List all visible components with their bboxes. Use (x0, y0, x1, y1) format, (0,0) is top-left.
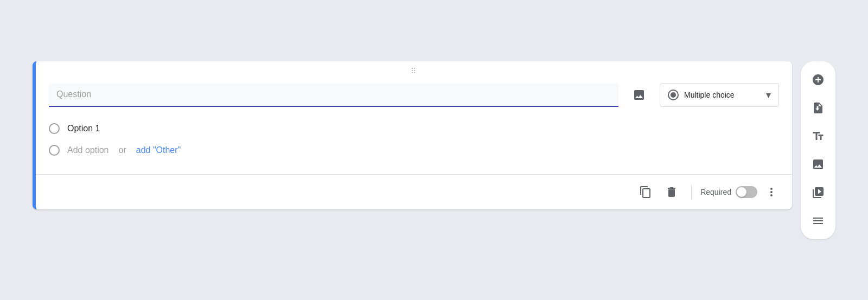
radio-icon (668, 90, 679, 100)
add-image-to-question-button[interactable] (627, 83, 651, 107)
chevron-down-icon: ▾ (766, 89, 771, 101)
add-image-button[interactable] (805, 151, 831, 177)
copy-icon (639, 186, 652, 199)
or-text: or (119, 145, 126, 155)
add-option-radio-icon (49, 145, 60, 156)
toggle-knob (737, 187, 746, 197)
footer-divider (691, 184, 692, 200)
section-icon (812, 214, 825, 227)
question-card: ⠿ Multiple choice ▾ (33, 61, 792, 209)
radio-inner (671, 92, 676, 98)
add-circle-icon (812, 73, 825, 86)
import-icon (812, 101, 825, 114)
delete-button[interactable] (661, 181, 682, 203)
drag-handle: ⠿ (36, 61, 792, 79)
question-type-dropdown[interactable]: Multiple choice ▾ (660, 83, 779, 107)
option-radio-icon (49, 123, 60, 134)
option-row: Option 1 (49, 118, 779, 139)
card-top: Multiple choice ▾ (36, 79, 792, 116)
question-input[interactable] (49, 83, 618, 107)
image-icon (633, 88, 646, 101)
add-question-button[interactable] (805, 67, 831, 93)
add-title-button[interactable] (805, 123, 831, 149)
add-option-text[interactable]: Add option (67, 145, 109, 155)
card-footer: Required (36, 175, 792, 209)
import-questions-button[interactable] (805, 95, 831, 121)
question-type-label: Multiple choice (684, 91, 761, 99)
more-vert-icon (765, 186, 778, 199)
delete-icon (665, 186, 678, 199)
text-icon (812, 130, 825, 143)
question-input-wrap (49, 83, 618, 107)
add-option-row: Add option or add "Other" (49, 139, 779, 161)
more-options-button[interactable] (762, 182, 781, 202)
add-section-button[interactable] (805, 208, 831, 234)
required-label: Required (700, 188, 731, 196)
drag-dots-icon: ⠿ (411, 67, 418, 75)
add-video-button[interactable] (805, 180, 831, 206)
options-area: Option 1 Add option or add "Other" (36, 116, 792, 170)
add-other-link[interactable]: add "Other" (136, 145, 181, 155)
option-label: Option 1 (67, 124, 100, 133)
video-icon (812, 186, 825, 199)
right-sidebar (801, 61, 835, 239)
copy-button[interactable] (635, 181, 656, 203)
image-sidebar-icon (812, 158, 825, 171)
page-wrapper: ⠿ Multiple choice ▾ (0, 61, 868, 239)
required-toggle[interactable] (736, 186, 757, 198)
